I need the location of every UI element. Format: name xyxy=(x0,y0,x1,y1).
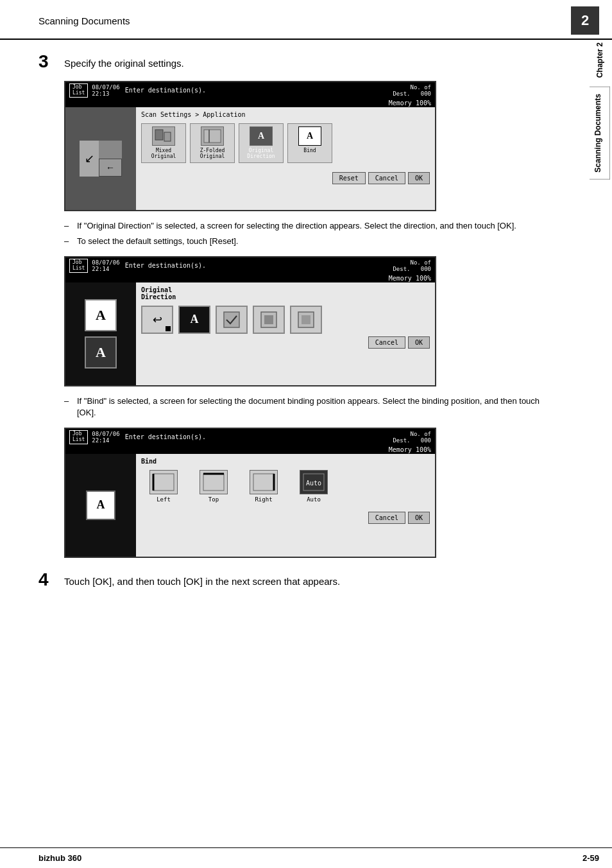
bullet1-item1: If "Original Direction" is selected, a s… xyxy=(64,220,561,232)
screen3-enterdest: Enter destination(s). xyxy=(120,433,393,440)
svg-rect-4 xyxy=(224,312,239,327)
screen2-body: A A OriginalDirection ↩ A xyxy=(65,282,435,385)
bind-label-right: Right xyxy=(255,496,272,503)
screen2-topbar: JobList 08/07/0622:14 Enter destination(… xyxy=(65,257,435,274)
screen3-leftpanel: A xyxy=(65,454,136,557)
screen2-icon-a-dark: A xyxy=(85,336,117,369)
step-4-text: Touch [OK], and then touch [OK] in the n… xyxy=(64,571,340,588)
screen1-ok-btn[interactable]: OK xyxy=(408,172,430,184)
screen3-mockup: JobList 08/07/0622:14 Enter destination(… xyxy=(64,428,436,558)
screen2-mockup: JobList 08/07/0622:14 Enter destination(… xyxy=(64,256,436,386)
step-4-number: 4 xyxy=(38,571,64,589)
svg-rect-2 xyxy=(204,130,221,143)
screen1-btn-mixed[interactable]: MixedOriginal xyxy=(141,123,186,163)
step-3-number: 3 xyxy=(38,53,64,71)
screen3-topright: No. ofDest. 000 xyxy=(393,431,431,444)
screen2-icon-a-white: A xyxy=(85,299,117,331)
chapter-badge: 2 xyxy=(571,6,599,35)
z-folded-icon xyxy=(201,126,224,146)
screen2-joblist: JobList xyxy=(69,259,88,273)
dir-icon-check[interactable] xyxy=(216,306,248,334)
bind-btn-auto[interactable]: Auto Auto xyxy=(291,470,336,503)
screen2-statusbar: Memory 100% xyxy=(65,274,435,282)
screen2-topleft: JobList 08/07/0622:14 xyxy=(69,259,120,273)
screen3-section-title: Bind xyxy=(141,458,430,465)
bind-btn-top[interactable]: Top xyxy=(191,470,236,503)
screen1-enterdest: Enter destination(s). xyxy=(120,87,393,94)
screen1-breadcrumb: Scan Settings > Application xyxy=(141,111,430,118)
screen1-reset-btn[interactable]: Reset xyxy=(332,172,366,184)
screen1-topleft: JobList 08/07/0622:13 xyxy=(69,83,120,98)
screen2-direction-icons: ↩ A xyxy=(141,306,430,334)
bullets1: If "Original Direction" is selected, a s… xyxy=(64,220,561,247)
dir-icon-rotate[interactable]: ↩ xyxy=(141,306,173,334)
dir-icon-5[interactable] xyxy=(290,306,322,334)
svg-rect-6 xyxy=(264,315,273,324)
screen1-mockup: JobList 08/07/0622:13 Enter destination(… xyxy=(64,81,436,211)
dir-icon-4[interactable] xyxy=(253,306,285,334)
page-header: Scanning Documents 2 xyxy=(0,0,612,40)
svg-rect-13 xyxy=(253,474,274,490)
screen1-btn-direction-label: OriginalDirection xyxy=(247,148,275,160)
step-3-text: Specify the original settings. xyxy=(64,53,184,70)
screen1-topright: No. ofDest. 000 xyxy=(393,84,431,97)
screen1-icons-row: MixedOriginal Z-FoldedOriginal A Origina… xyxy=(141,123,430,163)
bind-btn-right[interactable]: Right xyxy=(241,470,286,503)
back-arrow-icon: ← xyxy=(99,159,122,177)
bind-icon-top xyxy=(200,470,228,494)
screen2-enterdest: Enter destination(s). xyxy=(120,262,393,269)
screen3-rightpanel: Bind Left Top xyxy=(136,454,435,557)
screen2-topright: No. ofDest. 000 xyxy=(393,259,431,272)
bind-label-auto: Auto xyxy=(307,496,321,503)
screen2-bottom-buttons: Cancel OK xyxy=(141,334,430,351)
mixed-original-icon xyxy=(152,126,175,146)
screen3-topbar: JobList 08/07/0622:14 Enter destination(… xyxy=(65,429,435,446)
right-sidebar: Chapter 2 Scanning Documents xyxy=(588,39,612,181)
main-content: 3 Specify the original settings. JobList… xyxy=(0,53,612,625)
screen1-datetime: 08/07/0622:13 xyxy=(92,84,119,97)
screen3-datetime: 08/07/0622:14 xyxy=(92,431,119,444)
screen1-btn-bind[interactable]: A Bind xyxy=(287,123,332,163)
bind-icon-left xyxy=(149,470,178,494)
screen3-icon-a: A xyxy=(86,490,115,520)
dir-icon-a-selected[interactable]: A xyxy=(178,306,210,334)
screen3-body: A Bind Left xyxy=(65,454,435,557)
page-footer: bizhub 360 2-59 xyxy=(0,847,612,868)
step-4: 4 Touch [OK], and then touch [OK] in the… xyxy=(38,571,561,589)
screen3-topleft: JobList 08/07/0622:14 xyxy=(69,430,120,444)
screen1-statusbar: Memory 100% xyxy=(65,99,435,107)
screen2-rightpanel: OriginalDirection ↩ A xyxy=(136,282,435,385)
svg-rect-1 xyxy=(164,132,171,141)
screen1-btn-zfolded[interactable]: Z-FoldedOriginal xyxy=(190,123,235,163)
screen1-btn-mixed-label: MixedOriginal xyxy=(151,148,176,160)
footer-model: bizhub 360 xyxy=(38,853,81,863)
screen3-cancel-btn[interactable]: Cancel xyxy=(368,512,405,524)
screen2-section-title: OriginalDirection xyxy=(141,286,430,300)
screen1-btn-direction[interactable]: A OriginalDirection xyxy=(239,123,284,163)
bind-label-left: Left xyxy=(157,496,171,503)
svg-rect-8 xyxy=(302,315,310,324)
original-direction-icon: A xyxy=(250,126,273,146)
svg-text:Auto: Auto xyxy=(306,480,321,487)
screen1-bottom-buttons: Reset Cancel OK xyxy=(141,169,430,187)
bind-label-top: Top xyxy=(208,496,219,503)
screen2-datetime: 08/07/0622:14 xyxy=(92,259,119,272)
page-title: Scanning Documents xyxy=(38,15,130,26)
screen1-btn-bind-label: Bind xyxy=(303,148,316,153)
screen1-leftpanel: ↙ ← xyxy=(65,107,136,210)
screen3-statusbar: Memory 100% xyxy=(65,446,435,454)
bind-btn-left[interactable]: Left xyxy=(141,470,186,503)
screen2-cancel-btn[interactable]: Cancel xyxy=(368,336,405,349)
sidebar-section-label: Scanning Documents xyxy=(590,87,610,180)
svg-rect-11 xyxy=(203,474,224,490)
screen3-ok-btn[interactable]: OK xyxy=(408,512,430,524)
bullets2: If "Bind" is selected, a screen for sele… xyxy=(64,395,561,419)
svg-rect-9 xyxy=(153,474,174,490)
screen3-joblist: JobList xyxy=(69,430,88,444)
screen1-topbar: JobList 08/07/0622:13 Enter destination(… xyxy=(65,82,435,99)
screen2-leftpanel: A A xyxy=(65,282,136,385)
screen2-ok-btn[interactable]: OK xyxy=(408,336,430,349)
bind-icon: A xyxy=(298,126,321,146)
screen1-cancel-btn[interactable]: Cancel xyxy=(368,172,405,184)
bullet2-item1: If "Bind" is selected, a screen for sele… xyxy=(64,395,561,419)
